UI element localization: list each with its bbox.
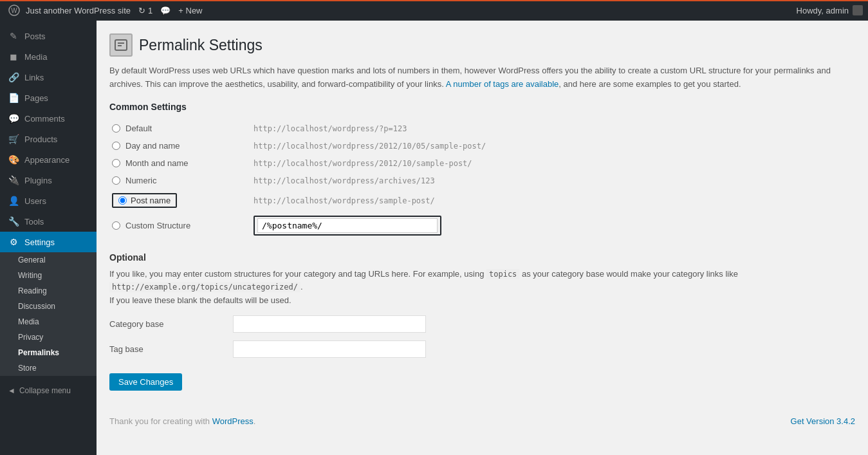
submenu-discussion[interactable]: Discussion [0, 299, 97, 314]
footer-wp-link[interactable]: WordPress [212, 416, 254, 426]
radio-post-name[interactable] [118, 196, 127, 205]
save-changes-button[interactable]: Save Changes [109, 373, 182, 391]
comments-item[interactable]: 💬 [160, 6, 171, 15]
sidebar: ✎ Posts ◼ Media 🔗 Links 📄 Pages 💬 Commen… [0, 21, 97, 455]
radio-custom-label: Custom Structure [125, 221, 190, 230]
sidebar-item-products[interactable]: 🛒 Products [0, 129, 97, 149]
products-icon: 🛒 [8, 134, 19, 144]
sidebar-item-label: Products [24, 135, 57, 144]
sidebar-item-label: Pages [24, 93, 48, 103]
submenu-store[interactable]: Store [0, 360, 97, 376]
custom-radio-row: Custom Structure [112, 221, 248, 230]
radio-default-label: Default [125, 124, 152, 133]
collapse-label: Collapse menu [19, 386, 71, 395]
tag-base-label: Tag base [109, 344, 225, 354]
submenu-permalinks[interactable]: Permalinks [0, 345, 97, 360]
radio-numeric[interactable] [112, 176, 120, 185]
sidebar-item-label: Links [24, 73, 44, 82]
optional-description: If you like, you may enter custom struct… [109, 268, 855, 308]
new-item[interactable]: + New [178, 6, 202, 15]
custom-structure-box [254, 216, 441, 236]
admin-bar: W Just another WordPress site ↻ 1 💬 + Ne… [0, 0, 868, 21]
numeric-url: http://localhost/wordpress/archives/123 [254, 176, 435, 185]
radio-month-label: Month and name [125, 158, 189, 168]
howdy-section: Howdy, admin [797, 5, 863, 15]
radio-day-and-name[interactable] [112, 142, 120, 150]
sidebar-item-settings[interactable]: ⚙ Settings [0, 232, 97, 252]
common-settings-heading: Common Settings [109, 102, 855, 112]
comment-icon: 💬 [160, 6, 171, 15]
footer-version: Get Version 3.4.2 [791, 416, 855, 426]
updates-item[interactable]: ↻ 1 [138, 6, 152, 15]
sidebar-item-label: Posts [24, 32, 46, 41]
permalink-options-table: Default http://localhost/wordpress/?p=12… [109, 120, 855, 239]
updates-icon: ↻ [138, 6, 145, 15]
users-icon: 👤 [8, 196, 19, 206]
table-row: Default http://localhost/wordpress/?p=12… [109, 120, 855, 137]
wp-logo-icon[interactable]: W [5, 1, 23, 19]
submenu-privacy[interactable]: Privacy [0, 330, 97, 345]
footer-text: Thank you for creating with [109, 416, 210, 426]
postname-url: http://localhost/wordpress/sample-post/ [254, 196, 435, 205]
table-row: Month and name http://localhost/wordpres… [109, 154, 855, 172]
description-text: By default WordPress uses web URLs which… [109, 64, 855, 91]
sidebar-item-label: Comments [24, 114, 65, 124]
month-radio-row: Month and name [112, 158, 248, 168]
page-header: Permalink Settings [109, 33, 855, 57]
updates-count: 1 [148, 6, 152, 15]
sidebar-item-label: Tools [24, 217, 44, 227]
sidebar-item-tools[interactable]: 🔧 Tools [0, 211, 97, 232]
radio-custom-structure[interactable] [112, 221, 120, 230]
topics-code: topics [486, 269, 519, 279]
sidebar-item-plugins[interactable]: 🔌 Plugins [0, 170, 97, 190]
submenu-reading[interactable]: Reading [0, 283, 97, 299]
svg-text:W: W [11, 7, 17, 14]
sidebar-item-users[interactable]: 👤 Users [0, 190, 97, 211]
sidebar-item-label: Plugins [24, 176, 52, 185]
sidebar-item-label: Appearance [24, 155, 69, 165]
howdy-text: Howdy, admin [797, 6, 849, 15]
example-url-code: http://example.org/topics/uncategorized/ [109, 282, 300, 292]
collapse-menu-button[interactable]: ◄ Collapse menu [0, 381, 97, 400]
links-icon: 🔗 [8, 72, 19, 82]
settings-icon: ⚙ [8, 237, 19, 247]
posts-icon: ✎ [8, 31, 19, 41]
plugins-icon: 🔌 [8, 175, 19, 185]
site-name[interactable]: Just another WordPress site [26, 6, 131, 15]
submenu-general[interactable]: General [0, 252, 97, 268]
collapse-icon: ◄ [8, 386, 15, 395]
numeric-radio-row: Numeric [112, 176, 248, 185]
radio-default[interactable] [112, 124, 120, 133]
sidebar-item-pages[interactable]: 📄 Pages [0, 88, 97, 108]
tag-base-input[interactable] [233, 340, 426, 358]
month-url: http://localhost/wordpress/2012/10/sampl… [254, 159, 472, 168]
sidebar-item-label: Media [24, 52, 47, 62]
table-row: Post name http://localhost/wordpress/sam… [109, 189, 855, 212]
submenu-writing[interactable]: Writing [0, 268, 97, 283]
optional-section: Optional If you like, you may enter cust… [109, 252, 855, 391]
day-radio-row: Day and name [112, 141, 248, 151]
sidebar-item-appearance[interactable]: 🎨 Appearance [0, 149, 97, 170]
sidebar-item-media[interactable]: ◼ Media [0, 46, 97, 67]
sidebar-item-links[interactable]: 🔗 Links [0, 67, 97, 88]
table-row: Custom Structure [109, 212, 855, 239]
footer: Get Version 3.4.2 Thank you for creating… [109, 416, 855, 426]
default-url: http://localhost/wordpress/?p=123 [254, 124, 407, 133]
submenu-media[interactable]: Media [0, 314, 97, 330]
tags-link[interactable]: A number of tags are available [446, 79, 559, 89]
sidebar-item-posts[interactable]: ✎ Posts [0, 26, 97, 46]
radio-numeric-label: Numeric [125, 176, 156, 185]
post-name-selected-box: Post name [112, 193, 177, 208]
custom-structure-input[interactable] [257, 218, 438, 233]
page-icon [109, 33, 133, 57]
radio-day-label: Day and name [125, 141, 180, 151]
page-title: Permalink Settings [139, 37, 263, 54]
pages-icon: 📄 [8, 93, 19, 103]
day-url: http://localhost/wordpress/2012/10/05/sa… [254, 142, 486, 151]
tag-base-row: Tag base [109, 340, 855, 358]
category-base-label: Category base [109, 319, 225, 329]
radio-month-and-name[interactable] [112, 159, 120, 167]
sidebar-item-comments[interactable]: 💬 Comments [0, 108, 97, 129]
category-base-input[interactable] [233, 315, 426, 333]
media-icon: ◼ [8, 51, 19, 62]
